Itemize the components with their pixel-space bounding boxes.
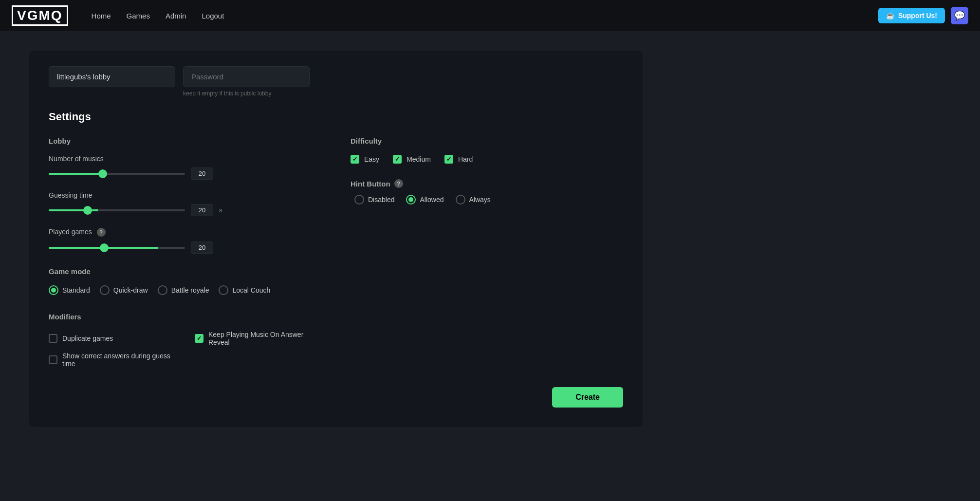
- difficulty-easy-label: Easy: [364, 155, 379, 163]
- nav-actions: ☕ Support Us! 💬: [878, 7, 968, 24]
- game-mode-label: Game mode: [49, 267, 321, 276]
- radio-standard-outer: [49, 285, 58, 295]
- modifier-keep-music-checkbox: ✓: [195, 334, 203, 343]
- game-mode-section: Game mode Standard Quick-draw: [49, 267, 321, 295]
- difficulty-medium-checkbox: ✓: [393, 155, 402, 164]
- difficulty-hard-checkbox: ✓: [444, 155, 453, 164]
- radio-local-couch[interactable]: Local Couch: [219, 285, 270, 295]
- kofi-icon: ☕: [886, 12, 894, 19]
- radio-battle-royale-label: Battle royale: [171, 286, 209, 294]
- radio-quick-draw-outer: [100, 285, 110, 295]
- difficulty-easy-check-icon: ✓: [352, 156, 357, 163]
- password-container: keep it empty if this is public lobby: [183, 66, 310, 97]
- radio-standard-label: Standard: [62, 286, 90, 294]
- modifier-show-correct-checkbox: [49, 355, 57, 364]
- slider-played-games: Played games ?: [49, 228, 321, 254]
- settings-card: keep it empty if this is public lobby Se…: [29, 51, 643, 427]
- discord-icon: 💬: [954, 10, 965, 21]
- right-column: Difficulty ✓ Easy ✓ Medium: [351, 137, 623, 368]
- difficulty-section: Difficulty ✓ Easy ✓ Medium: [351, 137, 623, 164]
- modifier-show-correct-label: Show correct answers during guess time: [62, 352, 175, 368]
- hint-help-icon: ?: [394, 179, 403, 188]
- lobby-name-input[interactable]: [49, 66, 175, 87]
- played-games-slider[interactable]: [49, 247, 185, 249]
- nav-links: Home Games Admin Logout: [92, 12, 863, 20]
- difficulty-label: Difficulty: [351, 137, 623, 145]
- footer-row: Create: [49, 387, 623, 408]
- difficulty-hard-check-icon: ✓: [446, 156, 451, 163]
- slider-guessing-time: Guessing time s: [49, 191, 321, 216]
- logo[interactable]: VGMQ: [12, 5, 68, 26]
- hint-disabled-outer: [354, 195, 364, 204]
- navbar: VGMQ Home Games Admin Logout ☕ Support U…: [0, 0, 980, 31]
- hint-always-label: Always: [469, 196, 491, 204]
- hint-disabled-label: Disabled: [368, 196, 394, 204]
- support-button[interactable]: ☕ Support Us!: [878, 8, 945, 23]
- create-button[interactable]: Create: [552, 387, 623, 408]
- nav-logout[interactable]: Logout: [202, 12, 224, 20]
- radio-standard[interactable]: Standard: [49, 285, 90, 295]
- radio-quick-draw-label: Quick-draw: [113, 286, 148, 294]
- top-row: keep it empty if this is public lobby: [49, 66, 623, 97]
- main-content: keep it empty if this is public lobby Se…: [0, 31, 980, 446]
- hint-button-section: Hint Button ? Disabled Allowed: [351, 179, 623, 204]
- hint-button-label: Hint Button: [351, 180, 390, 188]
- nav-home[interactable]: Home: [92, 12, 111, 20]
- radio-standard-inner: [51, 288, 56, 293]
- guessing-time-unit: s: [219, 206, 222, 214]
- played-games-value[interactable]: [191, 241, 213, 254]
- hint-allowed-outer: [406, 195, 416, 204]
- nav-games[interactable]: Games: [127, 12, 150, 20]
- guessing-time-slider[interactable]: [49, 209, 185, 211]
- modifier-grid: Duplicate games ✓ Keep Playing Music On …: [49, 331, 321, 368]
- modifiers-section: Modifiers Duplicate games ✓ Keep Playing…: [49, 313, 321, 368]
- nav-admin[interactable]: Admin: [166, 12, 186, 20]
- difficulty-medium[interactable]: ✓ Medium: [393, 155, 431, 164]
- modifier-keep-music-check-icon: ✓: [197, 335, 202, 342]
- difficulty-checkbox-row: ✓ Easy ✓ Medium ✓: [351, 155, 623, 164]
- radio-local-couch-outer: [219, 285, 228, 295]
- slider-guessing-time-label: Guessing time: [49, 191, 321, 199]
- modifier-show-correct[interactable]: Show correct answers during guess time: [49, 352, 175, 368]
- guessing-time-value[interactable]: [191, 204, 213, 216]
- radio-battle-royale-outer: [158, 285, 167, 295]
- num-musics-value[interactable]: [191, 167, 213, 180]
- difficulty-hard-label: Hard: [458, 155, 473, 163]
- modifier-duplicate-games[interactable]: Duplicate games: [49, 331, 175, 346]
- radio-quick-draw[interactable]: Quick-draw: [100, 285, 148, 295]
- difficulty-easy-checkbox: ✓: [351, 155, 359, 164]
- password-input[interactable]: [183, 66, 310, 87]
- played-games-help-icon: ?: [97, 228, 106, 237]
- num-musics-slider[interactable]: [49, 173, 185, 175]
- hint-always-outer: [456, 195, 465, 204]
- modifier-keep-music-label: Keep Playing Music On Answer Reveal: [208, 331, 321, 346]
- hint-allowed-label: Allowed: [420, 196, 444, 204]
- modifiers-label: Modifiers: [49, 313, 321, 321]
- settings-columns: Lobby Number of musics Guessing time s: [49, 137, 623, 368]
- hint-allowed-inner: [408, 197, 413, 202]
- difficulty-medium-check-icon: ✓: [395, 156, 400, 163]
- discord-button[interactable]: 💬: [951, 7, 968, 24]
- difficulty-hard[interactable]: ✓ Hard: [444, 155, 473, 164]
- modifier-keep-music[interactable]: ✓ Keep Playing Music On Answer Reveal: [195, 331, 321, 346]
- slider-num-musics-label: Number of musics: [49, 155, 321, 163]
- radio-local-couch-label: Local Couch: [232, 286, 270, 294]
- lobby-name-container: [49, 66, 175, 97]
- radio-battle-royale[interactable]: Battle royale: [158, 285, 209, 295]
- password-hint: keep it empty if this is public lobby: [183, 90, 310, 97]
- left-column: Lobby Number of musics Guessing time s: [49, 137, 321, 368]
- game-mode-radio-group: Standard Quick-draw Battle royale L: [49, 285, 321, 295]
- difficulty-medium-label: Medium: [407, 155, 431, 163]
- slider-played-games-label: Played games ?: [49, 228, 321, 237]
- difficulty-easy[interactable]: ✓ Easy: [351, 155, 379, 164]
- hint-radio-allowed[interactable]: Allowed: [406, 195, 444, 204]
- modifier-duplicate-games-label: Duplicate games: [62, 334, 113, 342]
- settings-title: Settings: [49, 111, 623, 123]
- lobby-section-label: Lobby: [49, 137, 321, 145]
- hint-radio-group: Disabled Allowed Always: [354, 195, 623, 204]
- hint-radio-disabled[interactable]: Disabled: [354, 195, 394, 204]
- modifier-duplicate-games-checkbox: [49, 334, 57, 343]
- slider-num-musics: Number of musics: [49, 155, 321, 180]
- hint-radio-always[interactable]: Always: [456, 195, 491, 204]
